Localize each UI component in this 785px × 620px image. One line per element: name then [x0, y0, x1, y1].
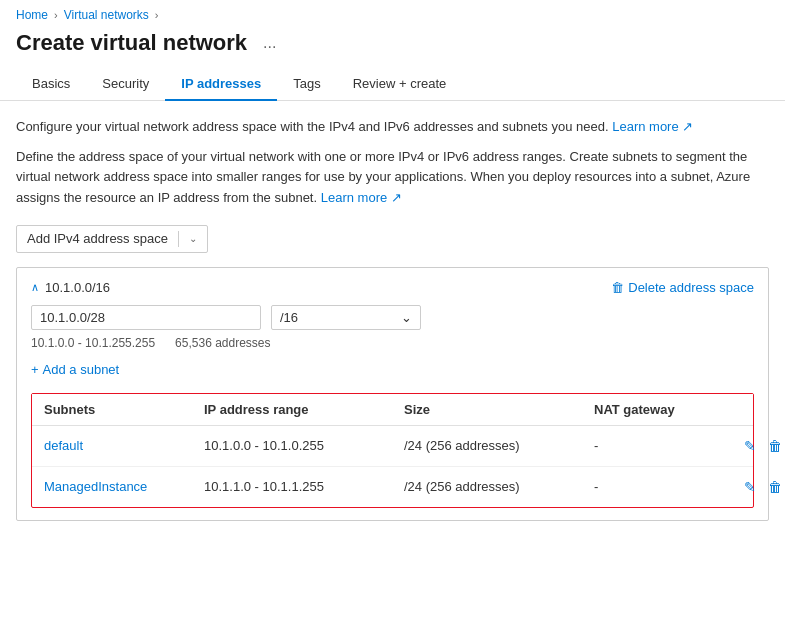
chevron-down-icon: ⌄ — [189, 233, 197, 244]
address-info: 10.1.0.0 - 10.1.255.255 65,536 addresses — [31, 336, 754, 350]
prefix-select[interactable]: /16 ⌄ — [271, 305, 421, 330]
tab-security[interactable]: Security — [86, 68, 165, 101]
col-subnets: Subnets — [44, 402, 204, 417]
col-size: Size — [404, 402, 594, 417]
add-subnet-button[interactable]: + Add a subnet — [31, 360, 119, 379]
select-chevron-icon: ⌄ — [401, 310, 412, 325]
table-row: default 10.1.0.0 - 10.1.0.255 /24 (256 a… — [32, 426, 753, 467]
tab-ip-addresses[interactable]: IP addresses — [165, 68, 277, 101]
delete-address-space-link[interactable]: 🗑 Delete address space — [611, 280, 754, 295]
edit-subnet-button-default[interactable]: ✎ — [742, 436, 758, 456]
trash-icon: 🗑 — [611, 280, 624, 295]
delete-subnet-button-default[interactable]: 🗑 — [766, 436, 784, 456]
subnet-size-managed: /24 (256 addresses) — [404, 479, 594, 494]
main-content: Configure your virtual network address s… — [0, 101, 785, 541]
breadcrumb-sep1: › — [54, 9, 58, 21]
tabs-nav: Basics Security IP addresses Tags Review… — [0, 68, 785, 101]
breadcrumb: Home › Virtual networks › — [0, 0, 785, 26]
address-title: ∧ 10.1.0.0/16 — [31, 280, 110, 295]
delete-label: Delete address space — [628, 280, 754, 295]
breadcrumb-sep2: › — [155, 9, 159, 21]
info-text-1: Configure your virtual network address s… — [16, 117, 769, 137]
prefix-value: /16 — [280, 310, 298, 325]
subnet-ip-range-managed: 10.1.1.0 - 10.1.1.255 — [204, 479, 404, 494]
address-header: ∧ 10.1.0.0/16 🗑 Delete address space — [31, 280, 754, 295]
table-row: ManagedInstance 10.1.1.0 - 10.1.1.255 /2… — [32, 467, 753, 507]
add-subnet-label: Add a subnet — [43, 362, 120, 377]
address-space-title: 10.1.0.0/16 — [45, 280, 110, 295]
delete-subnet-button-managed[interactable]: 🗑 — [766, 477, 784, 497]
address-range: 10.1.0.0 - 10.1.255.255 — [31, 336, 155, 350]
learn-more-link-1[interactable]: Learn more ↗ — [612, 119, 693, 134]
add-ipv4-label: Add IPv4 address space — [27, 231, 168, 246]
breadcrumb-home[interactable]: Home — [16, 8, 48, 22]
col-nat: NAT gateway — [594, 402, 724, 417]
tab-tags[interactable]: Tags — [277, 68, 336, 101]
row-actions-default: ✎ 🗑 — [724, 436, 784, 456]
address-count: 65,536 addresses — [175, 336, 270, 350]
plus-icon: + — [31, 362, 39, 377]
subnet-table-header: Subnets IP address range Size NAT gatewa… — [32, 394, 753, 426]
col-actions — [724, 402, 784, 417]
page-title-row: Create virtual network ... — [0, 26, 785, 68]
row-actions-managed: ✎ 🗑 — [724, 477, 784, 497]
address-space-box: ∧ 10.1.0.0/16 🗑 Delete address space /16… — [16, 267, 769, 521]
address-input-row: /16 ⌄ — [31, 305, 754, 330]
edit-subnet-button-managed[interactable]: ✎ — [742, 477, 758, 497]
page-title: Create virtual network — [16, 30, 247, 56]
button-divider — [178, 231, 179, 247]
subnet-name-default[interactable]: default — [44, 438, 204, 453]
add-ipv4-button[interactable]: Add IPv4 address space ⌄ — [16, 225, 208, 253]
breadcrumb-virtual-networks[interactable]: Virtual networks — [64, 8, 149, 22]
subnet-nat-default: - — [594, 438, 724, 453]
col-ip-range: IP address range — [204, 402, 404, 417]
info-block: Define the address space of your virtual… — [16, 147, 769, 209]
address-input[interactable] — [31, 305, 261, 330]
subnet-name-managed[interactable]: ManagedInstance — [44, 479, 204, 494]
subnet-size-default: /24 (256 addresses) — [404, 438, 594, 453]
ellipsis-button[interactable]: ... — [257, 32, 282, 54]
subnet-nat-managed: - — [594, 479, 724, 494]
tab-basics[interactable]: Basics — [16, 68, 86, 101]
learn-more-link-2[interactable]: Learn more ↗ — [321, 190, 402, 205]
subnet-ip-range-default: 10.1.0.0 - 10.1.0.255 — [204, 438, 404, 453]
tab-review-create[interactable]: Review + create — [337, 68, 463, 101]
collapse-icon[interactable]: ∧ — [31, 281, 39, 294]
subnet-table: Subnets IP address range Size NAT gatewa… — [31, 393, 754, 508]
